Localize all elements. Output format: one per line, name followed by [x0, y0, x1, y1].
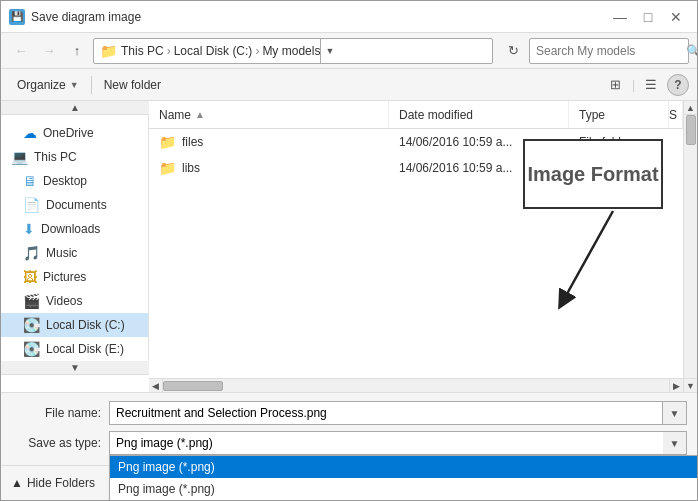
horizontal-scrollbar[interactable]: ◀ ▶	[149, 378, 683, 392]
close-button[interactable]: ✕	[663, 6, 689, 28]
hide-folders-toggle[interactable]: ▲ Hide Folders	[11, 476, 95, 490]
search-box: 🔍	[529, 38, 689, 64]
savetype-dropdown-arrow[interactable]: ▼	[663, 431, 687, 455]
documents-icon: 📄	[23, 197, 40, 213]
pictures-icon: 🖼	[23, 269, 37, 285]
savetype-input[interactable]	[109, 431, 687, 455]
window-controls: — □ ✕	[607, 6, 689, 28]
breadcrumb-bar: 📁 This PC › Local Disk (C:) › My models …	[93, 38, 493, 64]
filename-row: File name: ▼	[11, 401, 687, 425]
sidebar-item-videos[interactable]: 🎬 Videos	[1, 289, 148, 313]
savetype-dropdown[interactable]: ▼ Png image (*.png) Png image (*.png) Jp…	[109, 431, 687, 455]
sidebar-label-pictures: Pictures	[43, 270, 86, 284]
window-icon: 💾	[9, 9, 25, 25]
search-icon: 🔍	[686, 44, 698, 58]
forward-button[interactable]: →	[37, 39, 61, 63]
sidebar-item-thispc[interactable]: 💻 This PC	[1, 145, 148, 169]
filename-input[interactable]	[109, 401, 663, 425]
toolbar: Organize ▼ New folder ⊞ | ☰ ?	[1, 69, 697, 101]
savetype-label: Save as type:	[11, 436, 101, 450]
music-icon: 🎵	[23, 245, 40, 261]
image-format-callout: Image Format	[523, 139, 663, 209]
col-header-size[interactable]: S	[669, 101, 683, 128]
organize-chevron: ▼	[70, 80, 79, 90]
option-png-selected[interactable]: Png image (*.png)	[110, 456, 698, 478]
view-list-button[interactable]: ☰	[639, 73, 663, 97]
callout-label: Image Format	[527, 163, 658, 186]
breadcrumb-localc[interactable]: Local Disk (C:)	[174, 44, 253, 58]
file-list-header: Name ▲ Date modified Type S	[149, 101, 683, 129]
organize-label: Organize	[17, 78, 66, 92]
hscroll-track[interactable]	[163, 379, 669, 392]
savetype-row: Save as type: ▼ Png image (*.png) Png im…	[11, 431, 687, 455]
hscroll-right-btn[interactable]: ▶	[669, 379, 683, 392]
videos-icon: 🎬	[23, 293, 40, 309]
col-header-date[interactable]: Date modified	[389, 101, 569, 128]
breadcrumb-thispc[interactable]: This PC	[121, 44, 164, 58]
locale-icon: 💽	[23, 341, 40, 357]
sidebar-scroll-down[interactable]: ▼	[1, 361, 149, 375]
sidebar-item-locale[interactable]: 💽 Local Disk (E:)	[1, 337, 148, 361]
col-header-name[interactable]: Name ▲	[149, 101, 389, 128]
option-png[interactable]: Png image (*.png)	[110, 478, 698, 500]
file-date-libs: 14/06/2016 10:59 a...	[399, 161, 512, 175]
maximize-button[interactable]: □	[635, 6, 661, 28]
sidebar-item-pictures[interactable]: 🖼 Pictures	[1, 265, 148, 289]
savetype-options: Png image (*.png) Png image (*.png) Jpeg…	[109, 455, 698, 501]
vscroll-thumb[interactable]	[686, 115, 696, 145]
view-button[interactable]: ⊞	[604, 73, 628, 97]
file-date-files: 14/06/2016 10:59 a...	[399, 135, 512, 149]
sidebar-item-music[interactable]: 🎵 Music	[1, 241, 148, 265]
vscroll-down-btn[interactable]: ▼	[684, 378, 697, 392]
window-title: Save diagram image	[31, 10, 607, 24]
hscroll-thumb[interactable]	[163, 381, 223, 391]
back-button[interactable]: ←	[9, 39, 33, 63]
sidebar-label-onedrive: OneDrive	[43, 126, 94, 140]
sidebar-item-onedrive[interactable]: ☁ OneDrive	[1, 121, 148, 145]
vscroll-up-btn[interactable]: ▲	[684, 101, 697, 115]
sidebar-item-localc[interactable]: 💽 Local Disk (C:)	[1, 313, 148, 337]
title-bar: 💾 Save diagram image — □ ✕	[1, 1, 697, 33]
sidebar-label-downloads: Downloads	[41, 222, 100, 236]
filename-label: File name:	[11, 406, 101, 420]
file-name-files: files	[182, 135, 203, 149]
sidebar: ☁ OneDrive 💻 This PC 🖥 Desktop 📄 Documen…	[1, 115, 149, 361]
hscroll-left-btn[interactable]: ◀	[149, 379, 163, 392]
refresh-button[interactable]: ↻	[501, 39, 525, 63]
new-folder-label: New folder	[104, 78, 161, 92]
col-header-type[interactable]: Type	[569, 101, 669, 128]
file-area: Image Format Name ▲ Date modified	[149, 101, 683, 392]
hide-folders-label: Hide Folders	[27, 476, 95, 490]
sidebar-label-music: Music	[46, 246, 77, 260]
sidebar-label-localc: Local Disk (C:)	[46, 318, 125, 332]
sidebar-label-desktop: Desktop	[43, 174, 87, 188]
folder-icon-libs: 📁	[159, 160, 176, 176]
folder-icon-files: 📁	[159, 134, 176, 150]
sidebar-item-documents[interactable]: 📄 Documents	[1, 193, 148, 217]
col-size-label: S	[669, 108, 677, 122]
breadcrumb-mymodels[interactable]: My models	[262, 44, 320, 58]
sidebar-scroll-up[interactable]: ▲	[1, 101, 149, 115]
sidebar-item-desktop[interactable]: 🖥 Desktop	[1, 169, 148, 193]
filename-dropdown-arrow[interactable]: ▼	[663, 401, 687, 425]
onedrive-icon: ☁	[23, 125, 37, 141]
breadcrumb[interactable]: This PC › Local Disk (C:) › My models	[121, 44, 320, 58]
col-date-label: Date modified	[399, 108, 473, 122]
view-sep: |	[632, 78, 635, 92]
help-button[interactable]: ?	[667, 74, 689, 96]
sidebar-item-downloads[interactable]: ⬇ Downloads	[1, 217, 148, 241]
new-folder-button[interactable]: New folder	[96, 73, 169, 97]
main-content: ▲ ☁ OneDrive 💻 This PC 🖥 Desktop 📄	[1, 101, 697, 392]
minimize-button[interactable]: —	[607, 6, 633, 28]
col-name-label: Name	[159, 108, 191, 122]
desktop-icon: 🖥	[23, 173, 37, 189]
vertical-scrollbar[interactable]: ▲ ▼	[683, 101, 697, 392]
col-sort-arrow: ▲	[195, 109, 205, 120]
bottom-form: File name: ▼ Save as type: ▼ Png image (…	[1, 392, 697, 465]
up-button[interactable]: ↑	[65, 39, 89, 63]
file-cell-name-files: 📁 files	[149, 134, 389, 150]
navigation-bar: ← → ↑ 📁 This PC › Local Disk (C:) › My m…	[1, 33, 697, 69]
breadcrumb-dropdown-arrow[interactable]: ▼	[320, 38, 338, 64]
search-input[interactable]	[536, 44, 686, 58]
organize-button[interactable]: Organize ▼	[9, 73, 87, 97]
